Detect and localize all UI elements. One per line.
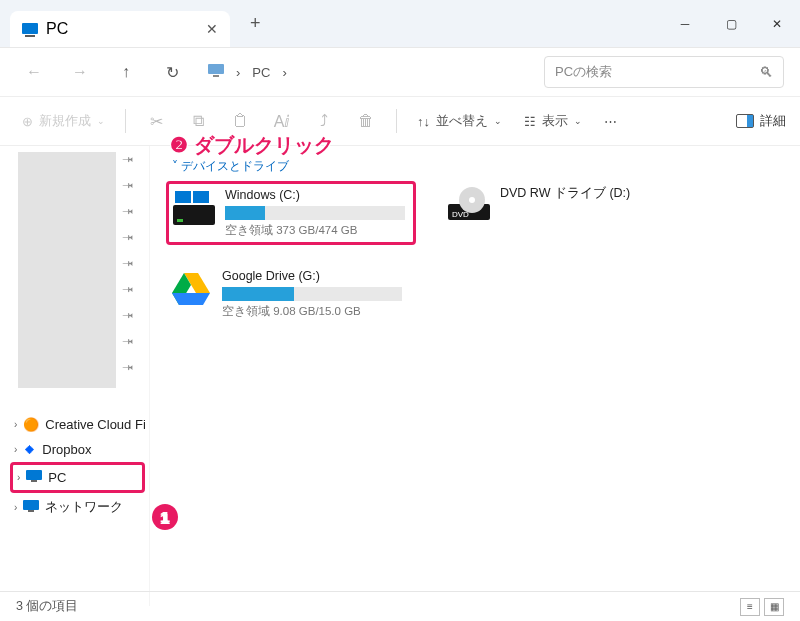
chevron-right-icon: › [14, 502, 17, 513]
sidebar-item-label: Creative Cloud Files [45, 417, 145, 432]
refresh-button[interactable]: ↻ [154, 54, 190, 90]
svg-point-14 [469, 197, 475, 203]
sidebar-item-creative-cloud[interactable]: › 🟠 Creative Cloud Files [10, 412, 145, 437]
sidebar-placeholder [18, 152, 116, 388]
svg-rect-1 [213, 75, 219, 77]
separator [396, 109, 397, 133]
maximize-button[interactable]: ▢ [708, 4, 754, 44]
creative-cloud-icon: 🟠 [23, 417, 39, 432]
sort-icon: ↑↓ [417, 114, 430, 129]
new-tab-button[interactable]: + [250, 13, 261, 34]
chevron-right-icon: › [14, 444, 17, 455]
pc-icon [26, 470, 42, 485]
list-view-button[interactable]: ≡ [740, 598, 760, 616]
delete-icon: 🗑︎ [356, 111, 376, 131]
pc-icon [22, 23, 38, 34]
title-bar: PC ✕ + ─ ▢ ✕ [0, 0, 800, 48]
sidebar-item-dropbox[interactable]: › ⯁ Dropbox [10, 437, 145, 462]
window-controls: ─ ▢ ✕ [662, 4, 800, 44]
paste-button[interactable]: 📋︎ [222, 107, 258, 135]
drive-c-space: 空き領域 373 GB/474 GB [225, 223, 409, 238]
chevron-right-icon: › [14, 419, 17, 430]
drive-google-g[interactable]: Google Drive (G:) 空き領域 9.08 GB/15.0 GB [166, 265, 416, 323]
cut-icon: ✂ [146, 111, 166, 131]
svg-rect-7 [177, 219, 183, 222]
new-label: 新規作成 [39, 112, 91, 130]
sort-button[interactable]: ↑↓ 並べ替え ⌄ [409, 108, 510, 134]
svg-rect-4 [23, 500, 39, 510]
drive-g-usage-bar [222, 287, 402, 301]
svg-rect-9 [193, 191, 209, 203]
svg-marker-17 [172, 293, 210, 305]
details-label: 詳細 [760, 112, 786, 130]
view-label: 表示 [542, 112, 568, 130]
plus-circle-icon: ⊕ [22, 114, 33, 129]
pin-icons: 📌︎📌︎📌︎📌︎📌︎📌︎📌︎📌︎📌︎ [122, 152, 134, 374]
close-tab-icon[interactable]: ✕ [206, 21, 218, 37]
network-icon [23, 500, 39, 515]
nav-bar: ← → ↑ ↻ › PC › PCの検索 🔍︎ [0, 48, 800, 96]
breadcrumb-sep: › [236, 65, 240, 80]
drives-section-header[interactable]: ˅ デバイスとドライブ [172, 158, 800, 175]
svg-rect-8 [175, 191, 191, 203]
chevron-right-icon: › [17, 472, 20, 483]
back-button[interactable]: ← [16, 54, 52, 90]
dvd-icon: DVD [448, 185, 490, 223]
view-button[interactable]: ☷ 表示 ⌄ [516, 108, 590, 134]
content-area: ˅ デバイスとドライブ Windows (C:) 空き領域 373 GB/474… [150, 146, 800, 606]
details-panel-button[interactable]: 詳細 [736, 112, 786, 130]
search-input[interactable]: PCの検索 🔍︎ [544, 56, 784, 88]
sort-label: 並べ替え [436, 112, 488, 130]
share-button[interactable]: ⤴ [306, 107, 342, 135]
delete-button[interactable]: 🗑︎ [348, 107, 384, 135]
drive-c-usage-bar [225, 206, 405, 220]
drive-windows-c[interactable]: Windows (C:) 空き領域 373 GB/474 GB [166, 181, 416, 245]
breadcrumb-pc[interactable]: PC [252, 65, 270, 80]
forward-button[interactable]: → [62, 54, 98, 90]
sidebar-item-label: Dropbox [42, 442, 91, 457]
close-window-button[interactable]: ✕ [754, 4, 800, 44]
drive-g-name: Google Drive (G:) [222, 269, 412, 283]
drive-d-name: DVD RW ドライブ (D:) [500, 185, 660, 202]
sidebar-item-label: ネットワーク [45, 498, 123, 516]
copy-icon: ⧉ [188, 111, 208, 131]
drive-g-space: 空き領域 9.08 GB/15.0 GB [222, 304, 412, 319]
sidebar-item-pc[interactable]: › PC [10, 462, 145, 493]
sidebar-item-label: PC [48, 470, 66, 485]
separator [125, 109, 126, 133]
drive-c-name: Windows (C:) [225, 188, 409, 202]
toolbar: ⊕ 新規作成 ⌄ ✂ ⧉ 📋︎ Aⅈ ⤴ 🗑︎ ↑↓ 並べ替え ⌄ ☷ 表示 ⌄… [0, 96, 800, 146]
cut-button[interactable]: ✂ [138, 107, 174, 135]
drive-c-icon [173, 188, 215, 226]
body: › 🟠 Creative Cloud Files › ⯁ Dropbox › P… [0, 146, 800, 606]
dropbox-icon: ⯁ [23, 442, 36, 457]
window-tab-pc[interactable]: PC ✕ [10, 11, 230, 47]
details-icon [736, 114, 754, 128]
caret-down-icon: ⌄ [494, 116, 502, 126]
address-bar[interactable]: › PC › [208, 64, 287, 80]
status-bar: 3 個の項目 ≡ ▦ [0, 591, 800, 621]
drive-dvd-d[interactable]: DVD DVD RW ドライブ (D:) [444, 181, 664, 245]
svg-rect-0 [208, 64, 224, 74]
grid-view-button[interactable]: ▦ [764, 598, 784, 616]
paste-icon: 📋︎ [230, 111, 250, 131]
new-button[interactable]: ⊕ 新規作成 ⌄ [14, 108, 113, 134]
more-button[interactable]: ⋯ [596, 110, 625, 133]
sidebar-item-network[interactable]: › ネットワーク [10, 493, 145, 521]
svg-rect-3 [31, 480, 37, 482]
pc-icon [208, 64, 224, 80]
minimize-button[interactable]: ─ [662, 4, 708, 44]
up-button[interactable]: ↑ [108, 54, 144, 90]
caret-down-icon: ⌄ [97, 116, 105, 126]
share-icon: ⤴ [314, 111, 334, 131]
google-drive-icon [170, 269, 212, 307]
svg-rect-5 [28, 510, 34, 512]
tab-title: PC [46, 20, 68, 38]
rename-button[interactable]: Aⅈ [264, 107, 300, 135]
status-text: 3 個の項目 [16, 598, 78, 615]
search-placeholder: PCの検索 [555, 63, 612, 81]
drives-list: Windows (C:) 空き領域 373 GB/474 GB DVD DVD … [160, 181, 800, 323]
copy-button[interactable]: ⧉ [180, 107, 216, 135]
view-mode-buttons: ≡ ▦ [740, 598, 784, 616]
rename-icon: Aⅈ [272, 111, 292, 131]
